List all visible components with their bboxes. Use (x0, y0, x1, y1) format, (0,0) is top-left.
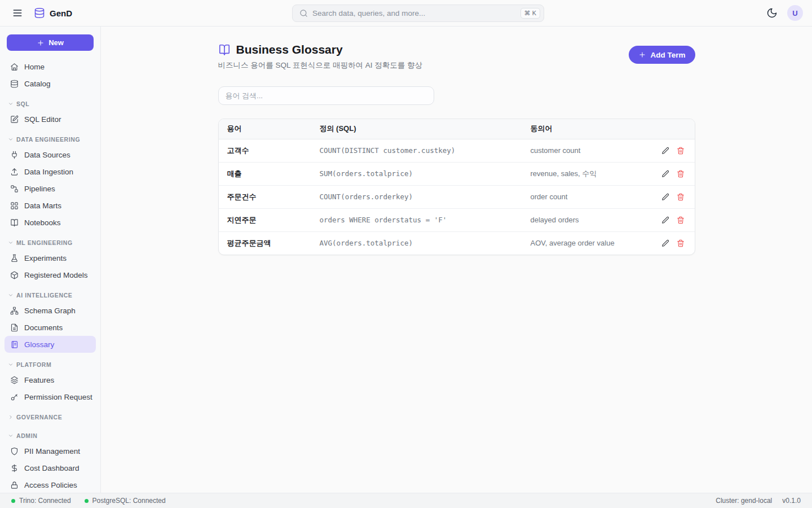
status-dot-icon (11, 499, 15, 503)
status-label: PostgreSQL: Connected (92, 497, 166, 505)
key-icon (10, 393, 19, 401)
topbar-right: U (764, 5, 803, 21)
sidebar-item-label: Home (24, 63, 45, 71)
edit-term-button[interactable] (661, 170, 669, 178)
version-label: v0.1.0 (782, 497, 801, 505)
glossary-row: 지연주문orders WHERE orderstatus = 'F'delaye… (219, 208, 695, 231)
synonyms-cell: AOV, average order value (522, 231, 649, 255)
sidebar-section-title: SQL (16, 100, 29, 107)
app-brand[interactable]: GenD (34, 7, 72, 19)
lock-icon (10, 481, 19, 489)
edit-term-button[interactable] (661, 239, 669, 247)
column-header-actions (649, 119, 695, 139)
synonyms-cell: customer count (522, 139, 649, 162)
user-avatar[interactable]: U (787, 5, 803, 21)
page-title: Business Glossary (236, 43, 343, 56)
sidebar-item-pipelines[interactable]: Pipelines (5, 180, 96, 197)
sidebar-section-data-engineering[interactable]: DATA ENGINEERING (0, 133, 100, 146)
search-shortcut-badge: ⌘ K (520, 8, 540, 19)
sidebar-item-label: Data Marts (24, 202, 61, 210)
sidebar-item-label: Registered Models (24, 271, 88, 279)
moon-icon (766, 7, 778, 19)
sidebar-item-permission-request[interactable]: Permission Request (5, 388, 96, 405)
delete-term-button[interactable] (677, 170, 685, 178)
sql-definition-cell: COUNT(orders.orderkey) (311, 185, 522, 208)
delete-term-button[interactable] (677, 147, 685, 155)
column-header-term: 용어 (219, 119, 311, 139)
trash-icon (677, 147, 685, 155)
actions-cell (649, 162, 695, 185)
edit-term-button[interactable] (661, 216, 669, 224)
chevron-down-icon (8, 292, 14, 298)
sidebar-item-registered-models[interactable]: Registered Models (5, 266, 96, 283)
sidebar-item-schema-graph[interactable]: Schema Graph (5, 302, 96, 319)
new-button[interactable]: New (7, 34, 94, 51)
column-header-synonyms: 동의어 (522, 119, 649, 139)
sidebar-section-platform[interactable]: PLATFORM (0, 358, 100, 371)
sidebar-item-data-sources[interactable]: Data Sources (5, 146, 96, 163)
connection-status-postgresql: PostgreSQL: Connected (85, 497, 166, 505)
sidebar-section-sql[interactable]: SQL (0, 97, 100, 111)
top-bar: GenD Search data, queries, and more... ⌘… (0, 0, 812, 27)
term-search-input[interactable] (218, 86, 434, 105)
plus-icon (638, 51, 646, 59)
sidebar-item-label: Notebooks (24, 218, 61, 227)
sidebar-item-label: Cost Dashboard (24, 464, 80, 472)
delete-term-button[interactable] (677, 193, 685, 201)
main-area: Business Glossary 비즈니스 용어를 SQL 표현식으로 매핑하… (101, 27, 812, 493)
chevron-down-icon (8, 240, 14, 246)
edit-term-button[interactable] (661, 147, 669, 155)
sidebar-item-label: Features (24, 376, 54, 384)
sidebar-item-cost-dashboard[interactable]: Cost Dashboard (5, 459, 96, 476)
pencil-icon (661, 193, 669, 201)
sidebar-item-pii-management[interactable]: PII Management (5, 443, 96, 459)
open-book-icon (218, 43, 231, 56)
cluster-label: Cluster: gend-local (716, 497, 772, 505)
trash-icon (677, 193, 685, 201)
sidebar-section-title: ML ENGINEERING (16, 239, 73, 246)
sidebar-item-data-marts[interactable]: Data Marts (5, 197, 96, 214)
glossary-table: 용어 정의 (SQL) 동의어 고객수COUNT(DISTINCT custom… (218, 119, 695, 255)
sidebar-item-notebooks[interactable]: Notebooks (5, 214, 96, 231)
sidebar-section-ml-engineering[interactable]: ML ENGINEERING (0, 236, 100, 249)
pencil-icon (661, 170, 669, 178)
sidebar-item-label: Documents (24, 323, 63, 332)
database-icon (10, 80, 19, 88)
sidebar: New HomeCatalogSQLSQL EditorDATA ENGINEE… (0, 27, 101, 493)
edit-term-button[interactable] (661, 193, 669, 201)
sidebar-section-admin[interactable]: ADMIN (0, 429, 100, 443)
sidebar-item-label: Schema Graph (24, 306, 76, 315)
sql-definition-cell: SUM(orders.totalprice) (311, 162, 522, 185)
sidebar-item-features[interactable]: Features (5, 371, 96, 388)
status-bar: Trino: ConnectedPostgreSQL: Connected Cl… (0, 493, 812, 508)
global-search-input[interactable]: Search data, queries, and more... ⌘ K (292, 5, 544, 22)
delete-term-button[interactable] (677, 239, 685, 247)
chevron-down-icon (8, 433, 14, 439)
sidebar-section-governance[interactable]: GOVERNANCE (0, 410, 100, 424)
sidebar-item-glossary[interactable]: Glossary (5, 336, 96, 353)
sidebar-item-access-policies[interactable]: Access Policies (5, 476, 96, 493)
database-logo-icon (34, 7, 45, 19)
edit-icon (10, 115, 19, 124)
term-cell: 고객수 (219, 139, 311, 162)
status-dot-icon (85, 499, 89, 503)
chevron-down-icon (8, 101, 14, 107)
delete-term-button[interactable] (677, 216, 685, 224)
sidebar-item-home[interactable]: Home (5, 58, 96, 75)
sidebar-section-ai-intelligence[interactable]: AI INTELLIGENCE (0, 288, 100, 302)
glossary-row: 주문건수COUNT(orders.orderkey)order count (219, 185, 695, 208)
trash-icon (677, 170, 685, 178)
sidebar-item-catalog[interactable]: Catalog (5, 75, 96, 92)
sidebar-item-sql-editor[interactable]: SQL Editor (5, 111, 96, 128)
sql-definition-cell: AVG(orders.totalprice) (311, 231, 522, 255)
actions-cell (649, 231, 695, 255)
hamburger-menu-button[interactable] (9, 5, 26, 21)
dark-mode-toggle[interactable] (764, 5, 780, 21)
plug-icon (10, 151, 19, 159)
add-term-button[interactable]: Add Term (629, 46, 695, 64)
sidebar-item-documents[interactable]: Documents (5, 319, 96, 336)
chevron-right-icon (8, 414, 14, 420)
sidebar-item-label: PII Management (24, 447, 80, 456)
sidebar-item-data-ingestion[interactable]: Data Ingestion (5, 163, 96, 180)
sidebar-item-experiments[interactable]: Experiments (5, 249, 96, 266)
